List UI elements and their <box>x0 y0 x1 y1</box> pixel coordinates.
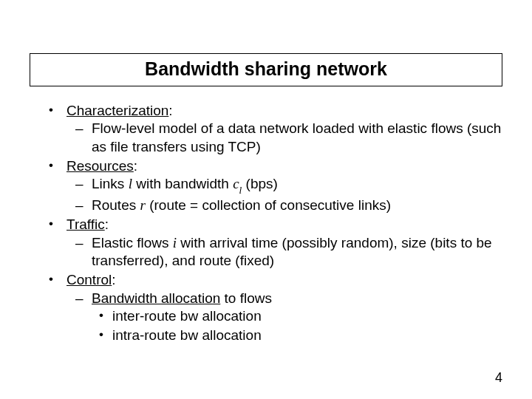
text: with bandwidth <box>132 176 233 191</box>
text: Elastic flows <box>92 235 173 250</box>
control-label: Control <box>66 272 112 287</box>
bullet-characterization: Characterization: Flow-level model of a … <box>49 102 502 156</box>
characterization-sub: Flow-level model of a data network loade… <box>66 120 502 156</box>
colon: : <box>112 272 115 287</box>
control-bw-allocation: Bandwidth allocation to flows inter-rout… <box>66 290 502 345</box>
slide: Bandwidth sharing network Characterizati… <box>0 0 532 399</box>
text: Links <box>92 176 129 191</box>
var-r: r <box>140 197 145 213</box>
intra-route-bw: intra-route bw allocation <box>92 327 502 344</box>
text: Routes <box>92 197 140 213</box>
var-c: c <box>233 176 239 191</box>
text: to flows <box>220 290 272 306</box>
bullet-resources: Resources: Links l with bandwidth cl (bp… <box>49 157 502 214</box>
resources-links: Links l with bandwidth cl (bps) <box>66 175 502 195</box>
traffic-label: Traffic <box>66 216 105 232</box>
slide-content: Characterization: Flow-level model of a … <box>49 102 502 347</box>
bw-alloc-underlined: Bandwidth allocation <box>92 290 220 306</box>
traffic-elastic-flows: Elastic flows i with arrival time (possi… <box>66 234 502 270</box>
resources-label: Resources <box>66 158 134 174</box>
bullet-list: Characterization: Flow-level model of a … <box>49 102 502 345</box>
colon: : <box>105 216 109 232</box>
bullet-traffic: Traffic: Elastic flows i with arrival ti… <box>49 216 502 270</box>
text: (bps) <box>242 176 278 191</box>
resources-routes: Routes r (route = collection of consecut… <box>66 197 502 214</box>
colon: : <box>134 158 137 174</box>
var-c-sub: l <box>239 185 242 196</box>
inter-route-bw: inter-route bw allocation <box>92 307 502 325</box>
title-box: Bandwidth sharing network <box>30 53 502 86</box>
bullet-control: Control: Bandwidth allocation to flows i… <box>49 271 502 344</box>
text: (route = collection of consecutive links… <box>146 197 391 213</box>
characterization-label: Characterization <box>66 103 168 118</box>
slide-title: Bandwidth sharing network <box>145 58 387 79</box>
colon: : <box>168 103 172 118</box>
page-number: 4 <box>495 370 502 386</box>
